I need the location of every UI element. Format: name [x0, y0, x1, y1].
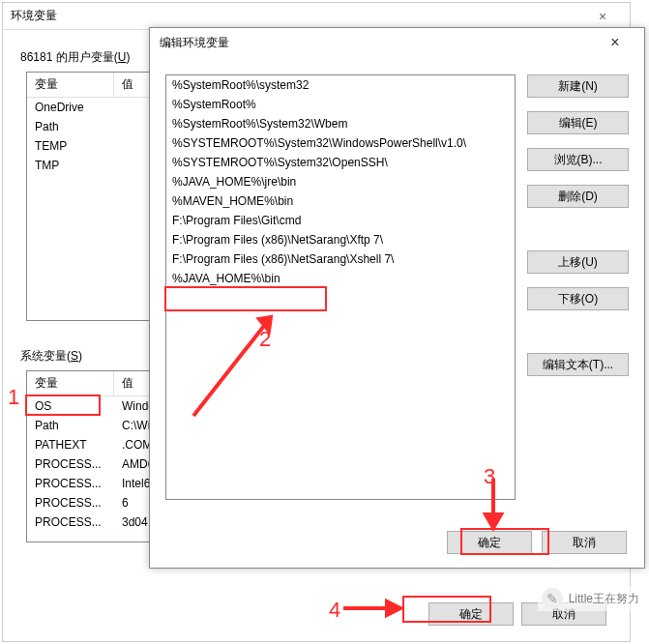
list-item[interactable]: %MAVEN_HOME%\bin [166, 191, 515, 211]
list-item[interactable]: F:\Program Files (x86)\NetSarang\Xshell … [166, 249, 515, 269]
edit-env-var-dialog: 编辑环境变量 × %SystemRoot%\system32 %SystemRo… [149, 27, 645, 569]
edit-titlebar: 编辑环境变量 × [150, 28, 644, 57]
close-icon[interactable]: × [596, 34, 634, 51]
movedown-button[interactable]: 下移(O) [527, 287, 629, 310]
browse-button[interactable]: 浏览(B)... [527, 148, 629, 171]
edittext-button[interactable]: 编辑文本(T)... [527, 353, 629, 376]
moveup-button[interactable]: 上移(U) [527, 250, 629, 274]
list-item[interactable]: %SystemRoot%\system32 [166, 75, 515, 95]
list-item[interactable]: F:\Program Files\Git\cmd [166, 211, 515, 230]
list-item[interactable]: %JAVA_HOME%\bin [166, 269, 515, 288]
list-item[interactable]: %JAVA_HOME%\jre\bin [166, 172, 515, 191]
list-item[interactable]: %SYSTEMROOT%\System32\WindowsPowerShell\… [166, 133, 515, 153]
edit-title: 编辑环境变量 [160, 35, 596, 51]
watermark: ✎ Little王在努力 [538, 586, 643, 611]
parent-titlebar: 环境变量 × [3, 3, 630, 30]
watermark-text: Little王在努力 [569, 591, 639, 607]
list-item[interactable]: %SYSTEMROOT%\System32\OpenSSH\ [166, 153, 515, 172]
list-item[interactable]: %SystemRoot%\System32\Wbem [166, 114, 515, 133]
edit-button[interactable]: 编辑(E) [527, 111, 629, 134]
pencil-icon: ✎ [542, 588, 563, 609]
close-icon[interactable]: × [583, 9, 622, 24]
edit-okcancel-row: 确定 取消 [447, 531, 627, 554]
parent-title: 环境变量 [11, 8, 583, 24]
edit-btn-column: 新建(N) 编辑(E) 浏览(B)... 删除(D) 上移(U) 下移(O) 编… [527, 74, 629, 500]
parent-ok-button[interactable]: 确定 [428, 602, 514, 626]
path-list[interactable]: %SystemRoot%\system32 %SystemRoot% %Syst… [165, 74, 516, 500]
list-item[interactable]: F:\Program Files (x86)\NetSarang\Xftp 7\ [166, 230, 515, 249]
list-item[interactable]: %SystemRoot% [166, 95, 515, 114]
edit-cancel-button[interactable]: 取消 [542, 531, 627, 554]
edit-ok-button[interactable]: 确定 [447, 531, 532, 554]
new-button[interactable]: 新建(N) [527, 74, 629, 98]
delete-button[interactable]: 删除(D) [527, 185, 629, 208]
